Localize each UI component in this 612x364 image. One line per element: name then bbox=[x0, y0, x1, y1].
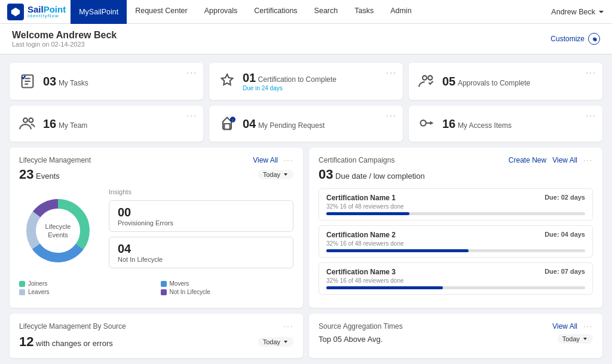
nav-tab-admin[interactable]: Admin bbox=[382, 0, 420, 24]
cert-view-all[interactable]: View All bbox=[552, 156, 577, 164]
widget-pending-text: 04 My Pending Request bbox=[243, 117, 325, 131]
cert-label: Certification to Complete bbox=[256, 75, 336, 84]
chevron-icon bbox=[283, 172, 289, 178]
source-agg-menu[interactable]: ··· bbox=[583, 322, 593, 331]
insight-lifecycle-num: 04 bbox=[118, 242, 284, 256]
insights-wrap: Insights 00 Provisioning Errors 04 Not I… bbox=[109, 188, 293, 273]
widget-menu-access[interactable]: ··· bbox=[586, 111, 596, 120]
lifecycle-period[interactable]: Today bbox=[258, 170, 293, 179]
tasks-label: My Tasks bbox=[59, 79, 88, 87]
nav-tab-certifications[interactable]: Certifications bbox=[246, 0, 305, 24]
widget-menu-pending[interactable]: ··· bbox=[386, 111, 397, 120]
approvals-number: 05 bbox=[442, 75, 455, 88]
widget-pending-request[interactable]: ··· ! 04 My Pending Request bbox=[209, 106, 403, 142]
pending-label: My Pending Request bbox=[258, 121, 325, 130]
access-number: 16 bbox=[442, 117, 455, 130]
widget-access-items[interactable]: ··· 16 My Access Items bbox=[409, 106, 602, 142]
lifecycle-period-label: Today bbox=[263, 171, 280, 178]
lifecycle-count: 23 bbox=[19, 167, 33, 182]
widget-approvals[interactable]: ··· 05 Approvals to Complete bbox=[409, 63, 602, 100]
navbar: SailPoint IdentityNow MySailPoint Reques… bbox=[0, 0, 612, 24]
widget-menu-cert[interactable]: ··· bbox=[386, 68, 397, 77]
joiners-color bbox=[19, 281, 25, 287]
source-agg-header: Source Aggregation Times View All ··· bbox=[319, 322, 593, 331]
widget-menu-team[interactable]: ··· bbox=[186, 111, 197, 120]
cert-panel-title: Certification Campaigns bbox=[319, 156, 394, 164]
source-agg-header-right: View All ··· bbox=[552, 322, 593, 331]
bottom-row: Lifecycle Management By Source ··· 12 wi… bbox=[10, 314, 602, 358]
widget-certification[interactable]: ··· 01 Certification to Complete Due in … bbox=[209, 63, 403, 100]
source-agg-view-all[interactable]: View All bbox=[552, 322, 577, 331]
lifecycle-source-panel: Lifecycle Management By Source ··· 12 wi… bbox=[10, 314, 303, 358]
cert-icon bbox=[219, 73, 235, 90]
legend-movers: Movers bbox=[161, 280, 294, 287]
movers-color bbox=[161, 281, 167, 287]
source-agg-title: Source Aggregation Times bbox=[319, 322, 403, 331]
insight-lifecycle-label: Not In Lifecycle bbox=[118, 256, 284, 263]
widget-approvals-text: 05 Approvals to Complete bbox=[442, 75, 530, 88]
widget-row-top: ··· 03 My Tasks ··· 01 Certification bbox=[10, 63, 602, 100]
user-menu[interactable]: Andrew Beck bbox=[551, 8, 605, 16]
tasks-number: 03 bbox=[43, 75, 56, 88]
lifecycle-source-header-right: ··· bbox=[284, 322, 293, 331]
cert-item-3[interactable]: Certification Name 3 Due: 07 days 32% 16… bbox=[319, 262, 593, 295]
svg-point-6 bbox=[428, 76, 432, 80]
widget-my-tasks[interactable]: ··· 03 My Tasks bbox=[10, 63, 203, 100]
svg-point-5 bbox=[423, 76, 427, 80]
widget-cert-text: 01 Certification to Complete Due in 24 d… bbox=[243, 71, 336, 91]
cert-item-2[interactable]: Certification Name 2 Due: 04 days 32% 16… bbox=[319, 225, 593, 258]
cert-item-2-due: Due: 04 days bbox=[544, 231, 585, 239]
last-login-text: Last login on 02-14-2023 bbox=[12, 41, 117, 48]
lifecycle-view-all[interactable]: View All bbox=[253, 156, 278, 164]
widget-access-text: 16 My Access Items bbox=[442, 117, 512, 131]
cert-create-new[interactable]: Create New bbox=[509, 156, 546, 164]
customize-button[interactable]: Customize bbox=[550, 33, 600, 45]
source-agg-panel: Source Aggregation Times View All ··· To… bbox=[309, 314, 602, 358]
cert-panel-menu[interactable]: ··· bbox=[583, 156, 593, 164]
pending-icon: ! bbox=[219, 115, 235, 132]
donut-chart: Lifecycle Events bbox=[19, 192, 97, 270]
pending-number: 04 bbox=[243, 117, 256, 130]
cert-item-1-reviewers: 32% 16 of 48 reviewers done bbox=[326, 203, 585, 210]
nav-tab-approvals[interactable]: Approvals bbox=[196, 0, 246, 24]
lifecycle-header: Lifecycle Management View All ··· bbox=[19, 156, 293, 164]
nav-tab-request-center[interactable]: Request Center bbox=[127, 0, 196, 24]
gear-icon bbox=[588, 33, 600, 45]
svg-point-8 bbox=[29, 118, 33, 123]
cert-item-2-header: Certification Name 2 Due: 04 days bbox=[326, 231, 585, 239]
widget-tasks-text: 03 My Tasks bbox=[43, 75, 88, 88]
not-in-lifecycle-label: Not In Lifecycle bbox=[170, 289, 210, 295]
nav-tab-search[interactable]: Search bbox=[306, 0, 347, 24]
lifecycle-count-wrap: 23 Events bbox=[19, 167, 60, 182]
team-label: My Team bbox=[59, 121, 87, 130]
lifecycle-source-header: Lifecycle Management By Source ··· bbox=[19, 322, 293, 331]
content-area: ··· 03 My Tasks ··· 01 Certification bbox=[0, 54, 612, 364]
logo-text: SailPoint IdentityNow bbox=[27, 5, 66, 19]
svg-point-11 bbox=[421, 120, 426, 126]
lifecycle-source-period[interactable]: Today bbox=[258, 337, 293, 347]
cert-item-1[interactable]: Certification Name 1 Due: 02 days 32% 16… bbox=[319, 188, 593, 221]
cert-item-3-reviewers: 32% 16 of 48 reviewers done bbox=[326, 277, 585, 284]
widget-row-bottom: ··· 16 My Team ··· ! bbox=[10, 106, 602, 142]
nav-logo[interactable]: SailPoint IdentityNow bbox=[7, 4, 66, 20]
cert-item-3-name: Certification Name 3 bbox=[326, 268, 396, 276]
cert-item-3-bar-bg bbox=[326, 286, 585, 289]
source-agg-period[interactable]: Today bbox=[558, 334, 593, 344]
nav-tab-mysailpoint[interactable]: MySailPoint bbox=[71, 0, 127, 24]
legend-leavers: Leavers bbox=[19, 289, 152, 295]
cert-count-label: Due date / low completion bbox=[335, 172, 425, 181]
lifecycle-source-menu[interactable]: ··· bbox=[284, 322, 293, 331]
cert-item-3-bar bbox=[326, 286, 443, 289]
cert-number: 01 bbox=[243, 71, 256, 84]
widget-my-team[interactable]: ··· 16 My Team bbox=[10, 106, 203, 142]
legend-not-in-lifecycle: Not In Lifecycle bbox=[161, 289, 294, 295]
period-chevron-icon bbox=[283, 339, 289, 345]
insight-provisioning-num: 00 bbox=[118, 206, 284, 219]
widget-menu-tasks[interactable]: ··· bbox=[186, 68, 197, 77]
widget-menu-approvals[interactable]: ··· bbox=[586, 68, 596, 77]
nav-tab-tasks[interactable]: Tasks bbox=[346, 0, 382, 24]
lifecycle-source-label: with changes or errors bbox=[36, 339, 113, 348]
access-icon bbox=[418, 115, 435, 132]
tasks-icon bbox=[19, 73, 36, 90]
lifecycle-menu[interactable]: ··· bbox=[284, 156, 293, 164]
